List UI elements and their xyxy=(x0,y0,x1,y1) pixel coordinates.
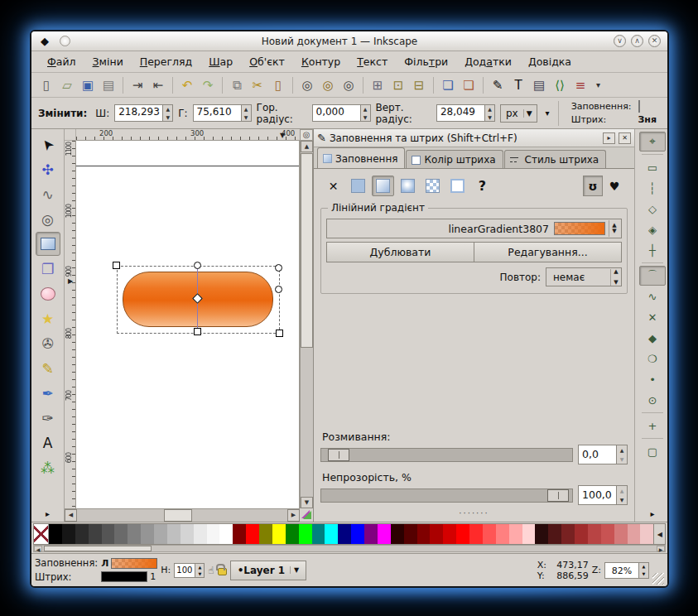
vertical-ruler[interactable]: 11001000900800700600▶ xyxy=(65,141,76,508)
palette-swatch[interactable] xyxy=(509,524,522,544)
palette-swatch[interactable] xyxy=(207,524,220,544)
blur-spinbox[interactable]: 0,0▲▼ xyxy=(578,445,628,464)
palette-scrollbar[interactable]: ◀ ▶ xyxy=(33,545,666,552)
node-tool[interactable]: ✣ xyxy=(36,157,60,181)
palette-swatch[interactable] xyxy=(404,524,417,544)
maximize-button[interactable]: ∧ xyxy=(631,35,643,47)
palette-swatch[interactable] xyxy=(535,524,548,544)
scroll-down-button[interactable]: ▼ xyxy=(301,497,313,508)
text-tool[interactable]: A xyxy=(36,431,60,455)
unlink-clone-button[interactable]: ⊟ xyxy=(409,75,429,95)
tab-stroke-style[interactable]: Стиль штриха xyxy=(504,150,607,168)
corner-handle-top-left[interactable] xyxy=(113,262,120,269)
dialog-float-button[interactable]: ▸ xyxy=(603,132,615,144)
tab-stroke-color[interactable]: Колір штриха xyxy=(406,150,503,168)
palette-no-color[interactable] xyxy=(34,524,49,544)
lock-icon[interactable] xyxy=(218,568,227,575)
edit-gradient-button[interactable]: Редагування... xyxy=(474,242,622,262)
snap-bbox-edges[interactable]: ┆ xyxy=(639,178,666,198)
color-managed-display-toggle[interactable] xyxy=(300,508,313,521)
palette-swatch[interactable] xyxy=(128,524,141,544)
layer-dropdown-arrow[interactable]: ▼ xyxy=(290,566,302,574)
palette-swatch[interactable] xyxy=(299,524,312,544)
snap-cusp-nodes[interactable]: ◆ xyxy=(639,328,666,348)
new-document-button[interactable]: ▯ xyxy=(36,75,56,95)
snap-bbox-edge-midpoints[interactable]: ◈ xyxy=(639,219,666,239)
toolbox-overflow-arrow[interactable]: ▸ xyxy=(46,509,50,518)
status-opacity-spinbox[interactable]: 100 ▲▼ xyxy=(174,563,205,578)
pattern-button[interactable] xyxy=(421,176,444,196)
rectangle-tool[interactable] xyxy=(36,232,60,256)
spray-tool[interactable]: ⁂ xyxy=(36,455,60,479)
flat-color-button[interactable] xyxy=(347,176,369,196)
snap-page-border[interactable]: ▢ xyxy=(639,441,666,461)
palette-swatch[interactable] xyxy=(364,524,378,544)
dialog-close-button[interactable]: ✕ xyxy=(619,132,631,144)
radial-gradient-button[interactable] xyxy=(397,176,419,196)
box3d-tool[interactable]: ❐ xyxy=(36,257,60,281)
snap-rotation-centers[interactable]: + xyxy=(639,416,666,436)
dialog-header[interactable]: ✎ Заповнення та штрих (Shift+Ctrl+F) ▸ ✕ xyxy=(314,129,634,147)
open-document-button[interactable]: ▱ xyxy=(57,75,77,95)
xml-editor-button[interactable]: ⟨⟩ xyxy=(550,75,570,95)
layers-dialog-button[interactable]: ▤ xyxy=(529,75,549,95)
horizontal-scrollbar[interactable]: ◀ ▶ xyxy=(65,508,300,522)
canvas-viewport[interactable] xyxy=(76,141,300,508)
fill-stroke-dialog-button[interactable]: ✎ xyxy=(488,75,508,95)
palette-swatch[interactable] xyxy=(246,524,259,544)
text-and-font-dialog-button[interactable]: T xyxy=(508,75,528,95)
palette-swatch[interactable] xyxy=(640,524,653,544)
palette-swatch[interactable] xyxy=(338,524,351,544)
radius-handle-right[interactable] xyxy=(275,286,282,293)
zoom-tool[interactable]: ◎ xyxy=(36,207,60,231)
palette-swatch[interactable] xyxy=(312,524,325,544)
calligraphy-tool[interactable]: ✑ xyxy=(36,406,60,430)
import-button[interactable]: ⇥ xyxy=(128,75,147,95)
pen-tool[interactable]: ✒ xyxy=(36,381,60,405)
palette-swatch[interactable] xyxy=(469,524,483,544)
swatch-button[interactable] xyxy=(446,176,469,196)
menu-Зміни[interactable]: Зміни xyxy=(85,53,131,70)
palette-swatch[interactable] xyxy=(628,524,641,544)
canvas-corner-zoom-icon[interactable]: ◎ xyxy=(300,129,313,141)
palette-swatch[interactable] xyxy=(456,524,469,544)
menu-Перегляд[interactable]: Перегляд xyxy=(132,53,200,70)
palette-swatch[interactable] xyxy=(286,524,299,544)
palette-swatch[interactable] xyxy=(167,524,181,544)
unit-combo[interactable]: px▼ xyxy=(500,104,537,123)
copy-button[interactable]: ⧉ xyxy=(227,75,247,95)
palette-scroll-left[interactable]: ◀ xyxy=(34,546,42,551)
toolbar-overflow-arrow[interactable]: ▾ xyxy=(596,80,600,89)
snap-smooth-nodes[interactable]: ❍ xyxy=(639,349,666,368)
minimize-button[interactable]: ∨ xyxy=(614,35,626,47)
palette-swatch[interactable] xyxy=(588,524,601,544)
save-document-button[interactable]: ▣ xyxy=(78,75,98,95)
pencil-tool[interactable]: ✎ xyxy=(36,356,60,380)
align-distribute-dialog-button[interactable]: ≡ xyxy=(570,75,590,95)
linear-gradient-button[interactable] xyxy=(372,176,394,196)
scroll-left-button[interactable]: ◀ xyxy=(65,509,77,522)
palette-swatch[interactable] xyxy=(483,524,496,544)
gradient-end-handle[interactable] xyxy=(194,328,201,335)
palette-swatch[interactable] xyxy=(325,524,338,544)
zoom-spinbox[interactable]: 82% ▲▼ xyxy=(604,562,649,579)
gradient-start-handle[interactable] xyxy=(194,262,201,269)
palette-scroll-thumb[interactable] xyxy=(44,546,152,551)
vertical-scroll-thumb[interactable] xyxy=(301,153,313,348)
palette-swatch[interactable] xyxy=(522,524,536,544)
fill-color-swatch[interactable] xyxy=(638,100,640,113)
zoom-to-drawing-button[interactable]: ◎ xyxy=(318,75,338,95)
palette-swatch[interactable] xyxy=(601,524,614,544)
status-fill-swatch[interactable] xyxy=(111,558,157,569)
tweak-tool[interactable]: ∿ xyxy=(36,182,60,206)
menu-Файл[interactable]: Файл xyxy=(40,53,84,70)
palette-swatch[interactable] xyxy=(102,524,115,544)
menu-Додатки[interactable]: Додатки xyxy=(457,53,519,70)
palette-swatch[interactable] xyxy=(49,524,62,544)
palette-scroll-right[interactable]: ▶ xyxy=(657,546,665,551)
vertical-scrollbar[interactable]: ▲ ▼ xyxy=(300,141,313,508)
palette-swatch[interactable] xyxy=(561,524,575,544)
palette-swatch[interactable] xyxy=(75,524,89,544)
opacity-spinbox[interactable]: 100,0▲▼ xyxy=(578,485,628,505)
no-paint-button[interactable]: ✕ xyxy=(322,176,344,196)
